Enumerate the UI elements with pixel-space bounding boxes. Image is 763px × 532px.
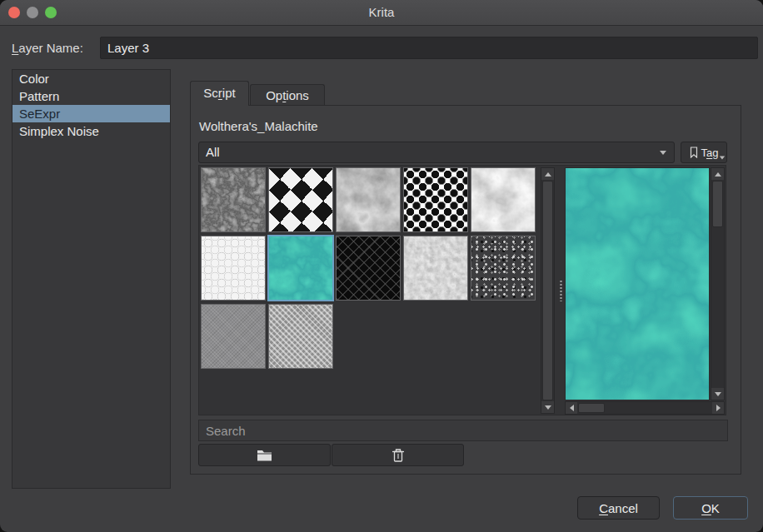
splitter-handle[interactable]: [557, 166, 565, 415]
grid-vertical-scrollbar[interactable]: [541, 167, 555, 414]
search-input[interactable]: [198, 420, 728, 441]
bookmark-icon: [690, 147, 698, 158]
delete-resource-button[interactable]: [332, 444, 464, 466]
tag-filter-combobox[interactable]: All: [198, 142, 675, 163]
tab-script[interactable]: Script: [190, 81, 249, 106]
trash-icon: [391, 448, 405, 462]
list-item-color[interactable]: Color: [12, 70, 170, 87]
arrow-right-icon: [716, 405, 721, 411]
resource-preview: [565, 167, 710, 400]
pattern-thumbnail-gray-clouds[interactable]: [336, 167, 401, 232]
layer-name-label: Layer Name:: [12, 41, 83, 55]
scroll-right-button[interactable]: [712, 402, 724, 414]
list-item-seexpr[interactable]: SeExpr: [12, 105, 170, 122]
window-title: Krita: [0, 0, 763, 25]
pattern-thumbnail-white-loops[interactable]: [201, 236, 266, 301]
tag-button[interactable]: Tag: [681, 142, 727, 163]
tab-options[interactable]: Options: [250, 84, 325, 106]
pattern-thumbnail-gray-concrete[interactable]: [403, 236, 468, 301]
pattern-thumbnail-dark-marble-noise[interactable]: [201, 167, 266, 232]
arrow-down-icon: [545, 405, 551, 410]
scroll-up-button[interactable]: [711, 168, 724, 180]
scroll-down-button[interactable]: [541, 401, 554, 413]
layer-name-input[interactable]: [100, 37, 758, 59]
scroll-down-button[interactable]: [711, 388, 724, 400]
generator-type-list: Color Pattern SeExpr Simplex Noise: [12, 69, 171, 489]
arrow-left-icon: [570, 405, 574, 411]
pattern-thumbnail-light-gray-clouds[interactable]: [471, 167, 536, 232]
krita-fill-layer-dialog: Krita Layer Name: Color Pattern SeExpr S…: [0, 0, 763, 532]
splitter-dots-icon: [560, 280, 562, 301]
folder-icon: [257, 449, 272, 461]
arrow-up-icon: [545, 172, 551, 177]
scroll-up-button[interactable]: [541, 168, 554, 180]
ok-button[interactable]: OK: [673, 496, 748, 520]
import-resource-button[interactable]: [198, 444, 331, 466]
preview-vertical-scrollbar[interactable]: [711, 167, 725, 400]
pattern-thumbnail-gray-diagonal-weave[interactable]: [268, 304, 333, 369]
titlebar[interactable]: Krita: [0, 0, 763, 26]
scroll-left-button[interactable]: [566, 402, 577, 414]
pattern-thumbnail-dark-speckles[interactable]: [471, 236, 536, 301]
resource-chooser: [198, 165, 726, 415]
tag-button-label: Tag: [701, 147, 719, 159]
tag-menu-chevron-icon[interactable]: [720, 157, 725, 160]
list-item-simplex-noise[interactable]: Simplex Noise: [12, 122, 170, 140]
preview-vscrollbar-thumb[interactable]: [712, 181, 723, 227]
tag-filter-value: All: [206, 142, 220, 162]
arrow-down-icon: [715, 392, 721, 396]
grid-scrollbar-thumb[interactable]: [542, 181, 553, 400]
current-resource-name: Wolthera's_Malachite: [199, 119, 318, 133]
preview-hscrollbar-thumb[interactable]: [578, 403, 605, 413]
pattern-thumbnail-green-malachite[interactable]: [268, 236, 333, 301]
cancel-button[interactable]: Cancel: [577, 496, 660, 520]
chevron-down-icon: [660, 151, 666, 155]
list-item-pattern[interactable]: Pattern: [12, 87, 170, 105]
pattern-thumbnail-gray-fine-grain[interactable]: [201, 304, 266, 369]
preview-horizontal-scrollbar[interactable]: [565, 401, 725, 415]
arrow-up-icon: [715, 172, 721, 177]
pattern-thumbnail-bw-triangle-mosaic[interactable]: [268, 167, 333, 232]
pattern-thumbnail-black-maze[interactable]: [336, 236, 401, 301]
pattern-thumbnail-black-dots-halftone[interactable]: [403, 167, 468, 232]
